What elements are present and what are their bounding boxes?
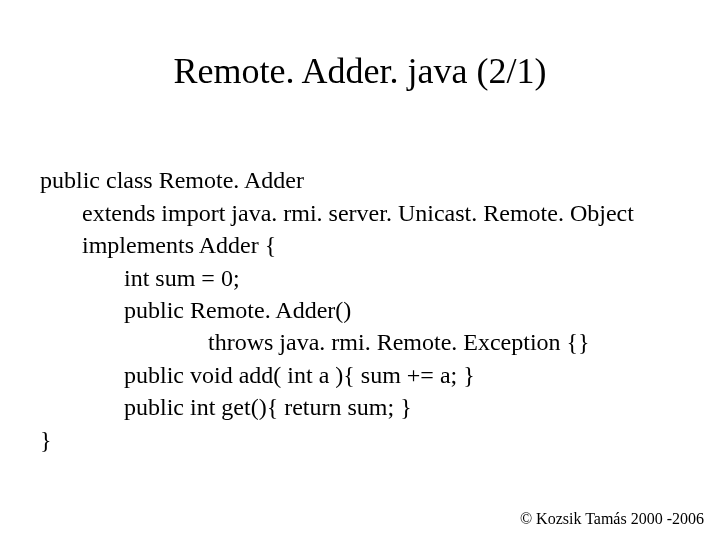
code-line: public class Remote. Adder [40, 167, 304, 193]
copyright-notice: © Kozsik Tamás 2000 -2006 [520, 510, 704, 528]
code-line: implements Adder { [40, 232, 276, 258]
code-line: public int get(){ return sum; } [40, 394, 412, 420]
slide: Remote. Adder. java (2/1) public class R… [0, 0, 720, 540]
code-block: public class Remote. Adder extends impor… [40, 132, 680, 456]
code-line: throws java. rmi. Remote. Exception {} [40, 329, 590, 355]
code-line: int sum = 0; [40, 265, 240, 291]
code-line: } [40, 427, 52, 453]
slide-title: Remote. Adder. java (2/1) [40, 50, 680, 92]
code-line: extends import java. rmi. server. Unicas… [40, 200, 634, 226]
code-line: public void add( int a ){ sum += a; } [40, 362, 475, 388]
code-line: public Remote. Adder() [40, 297, 351, 323]
